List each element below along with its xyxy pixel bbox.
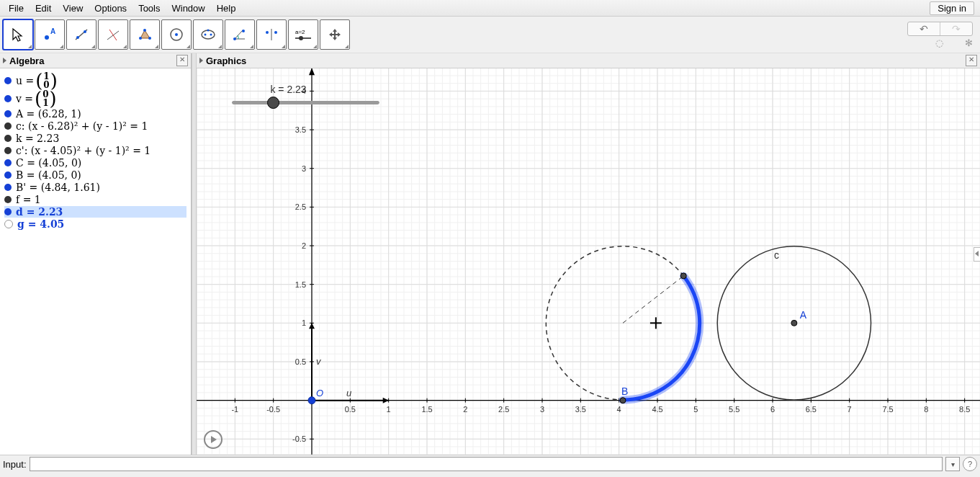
graphics-canvas[interactable]: -1-0.50.511.522.533.544.555.566.577.588.… <box>197 68 980 455</box>
menu-tools[interactable]: Tools <box>132 1 166 15</box>
side-toggle[interactable] <box>974 247 980 262</box>
redo-button[interactable]: ↷ <box>940 22 972 35</box>
collapse-icon[interactable] <box>3 58 6 63</box>
svg-point-3 <box>76 36 79 39</box>
input-field[interactable] <box>30 457 943 471</box>
input-history-dropdown[interactable]: ▾ <box>945 457 960 471</box>
collapse-icon[interactable] <box>199 58 203 63</box>
svg-text:4: 4 <box>617 405 621 414</box>
svg-text:-0.5: -0.5 <box>292 434 306 443</box>
signin-button[interactable]: Sign in <box>930 1 974 15</box>
input-help-button[interactable]: ? <box>963 457 977 471</box>
visibility-bullet[interactable] <box>4 159 12 166</box>
svg-point-18 <box>242 30 245 32</box>
visibility-bullet[interactable] <box>4 196 12 203</box>
splitter[interactable] <box>192 53 197 455</box>
menu-edit[interactable]: Edit <box>30 1 57 15</box>
algebra-item[interactable]: c': (x - 4.05)² + (y - 1)² = 1 <box>4 145 186 156</box>
visibility-bullet[interactable] <box>4 122 12 130</box>
help-icon[interactable]: ◌ <box>935 37 943 48</box>
algebra-item[interactable]: B' = (4.84, 1.61) <box>4 182 186 193</box>
svg-text:8.5: 8.5 <box>959 405 970 414</box>
tool-circle[interactable] <box>161 19 192 50</box>
play-button[interactable] <box>204 430 222 449</box>
close-algebra-button[interactable]: ✕ <box>176 55 188 66</box>
svg-text:7: 7 <box>848 405 852 414</box>
svg-point-286 <box>268 97 279 109</box>
svg-point-10 <box>148 37 151 40</box>
visibility-bullet[interactable] <box>4 77 12 84</box>
algebra-item[interactable]: v =(01) <box>4 90 186 107</box>
menu-window[interactable]: Window <box>166 1 210 15</box>
svg-text:B: B <box>621 385 628 397</box>
svg-text:1.5: 1.5 <box>295 280 306 289</box>
tool-line[interactable] <box>66 19 96 50</box>
svg-point-284 <box>680 273 686 279</box>
svg-text:1: 1 <box>302 318 306 327</box>
graphics-panel: Graphics ✕ -1-0.50.511.522.533.544.555.5… <box>197 53 980 455</box>
reflect-icon <box>264 27 279 43</box>
svg-text:5: 5 <box>693 405 698 414</box>
visibility-bullet[interactable] <box>4 135 12 142</box>
svg-text:3.5: 3.5 <box>575 405 586 414</box>
settings-icon[interactable]: ✻ <box>965 37 973 48</box>
svg-point-15 <box>210 34 212 36</box>
svg-point-13 <box>202 30 215 39</box>
tool-transform[interactable] <box>256 19 287 50</box>
tool-slider[interactable]: a=2 <box>288 19 318 50</box>
undo-button[interactable]: ↶ <box>908 22 940 35</box>
svg-text:3: 3 <box>540 405 544 414</box>
algebra-list[interactable]: u =(10)v =(01)A = (6.28, 1)c: (x - 6.28)… <box>0 68 191 233</box>
svg-point-24 <box>299 36 303 40</box>
algebra-item[interactable]: g = 4.05 <box>4 218 186 230</box>
visibility-bullet[interactable] <box>4 208 12 215</box>
algebra-item[interactable]: C = (4.05, 0) <box>4 157 186 169</box>
visibility-bullet[interactable] <box>4 184 12 191</box>
svg-text:1: 1 <box>387 405 391 414</box>
svg-line-279 <box>623 276 683 323</box>
tool-move-view[interactable] <box>320 19 350 50</box>
tool-move[interactable] <box>3 19 33 50</box>
svg-text:v: v <box>316 356 322 367</box>
svg-text:4.5: 4.5 <box>652 405 662 414</box>
slider-icon: a=2 <box>292 27 314 43</box>
algebra-title: Algebra <box>9 55 176 66</box>
tool-perpendicular[interactable] <box>98 19 128 50</box>
tool-point[interactable]: A <box>35 19 65 50</box>
algebra-item[interactable]: c: (x - 6.28)² + (y - 1)² = 1 <box>4 120 186 132</box>
svg-point-20 <box>266 31 269 34</box>
algebra-item[interactable]: B = (4.05, 0) <box>4 169 186 181</box>
svg-point-4 <box>84 30 86 33</box>
svg-text:-1: -1 <box>231 405 238 414</box>
visibility-bullet[interactable] <box>4 220 13 228</box>
visibility-bullet[interactable] <box>4 171 12 179</box>
menu-options[interactable]: Options <box>89 1 132 15</box>
visibility-bullet[interactable] <box>4 147 12 154</box>
visibility-bullet[interactable] <box>4 110 12 117</box>
svg-marker-267 <box>309 68 315 75</box>
svg-text:1.5: 1.5 <box>421 405 432 414</box>
input-label: Input: <box>3 459 27 470</box>
graphics-title: Graphics <box>206 55 966 66</box>
svg-text:8: 8 <box>924 405 928 414</box>
svg-marker-269 <box>383 398 389 404</box>
menu-view[interactable]: View <box>57 1 89 15</box>
svg-text:3: 3 <box>302 164 306 173</box>
svg-text:A: A <box>50 27 55 35</box>
algebra-item[interactable]: k = 2.23 <box>4 133 186 144</box>
menu-help[interactable]: Help <box>211 1 242 15</box>
tool-polygon[interactable] <box>130 19 160 50</box>
algebra-item[interactable]: f = 1 <box>4 194 186 205</box>
menu-file[interactable]: File <box>3 1 30 15</box>
visibility-bullet[interactable] <box>4 95 12 102</box>
tool-angle[interactable] <box>225 19 255 50</box>
close-graphics-button[interactable]: ✕ <box>966 55 977 66</box>
polygon-icon <box>137 27 153 43</box>
algebra-item[interactable]: d = 2.23 <box>4 206 186 218</box>
svg-point-8 <box>139 37 142 40</box>
undo-redo-group: ↶ ↷ <box>907 22 973 36</box>
svg-text:7.5: 7.5 <box>882 405 893 414</box>
tool-ellipse[interactable] <box>193 19 223 50</box>
algebra-item[interactable]: A = (6.28, 1) <box>4 108 186 120</box>
algebra-item[interactable]: u =(10) <box>4 72 186 89</box>
